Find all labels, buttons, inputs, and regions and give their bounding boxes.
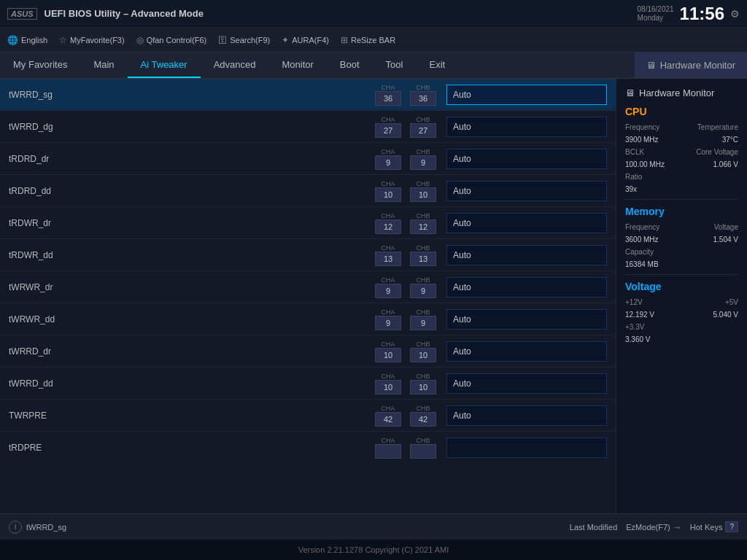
table-row[interactable]: tWRRD_sg CHA 36 CHB 36 Auto <box>0 79 616 111</box>
ez-mode-arrow: → <box>673 523 681 532</box>
language-label: English <box>21 36 47 44</box>
value-input[interactable] <box>446 438 607 458</box>
value-input[interactable]: Auto <box>446 85 607 105</box>
channel-group: CHA 42 CHB 42 <box>374 405 438 427</box>
channel-a-label: CHA <box>381 84 395 91</box>
table-row[interactable]: tRDPRE CHA CHB <box>0 432 616 464</box>
table-row[interactable]: TWRPRE CHA 42 CHB 42 Auto <box>0 400 616 432</box>
value-field: Auto <box>446 341 607 362</box>
ez-mode-button[interactable]: EzMode(F7) → <box>626 521 681 532</box>
channel-group: CHA 10 CHB 10 <box>374 180 438 202</box>
value-field: Auto <box>446 373 607 394</box>
table-row[interactable]: tWRRD_dr CHA 10 CHB 10 Auto <box>0 335 616 368</box>
row-label: tRDPRE <box>9 443 374 453</box>
memory-voltage-value: 1.504 V <box>713 236 738 244</box>
row-label: tWRWR_dd <box>9 314 374 324</box>
my-favorite-button[interactable]: ☆ MyFavorite(F3) <box>59 35 125 45</box>
channel-a-label: CHA <box>381 180 395 187</box>
channel-a-label: CHA <box>381 276 395 284</box>
language-selector[interactable]: 🌐 English <box>7 35 47 45</box>
value-input[interactable]: Auto <box>446 373 607 394</box>
nav-my-favorites[interactable]: My Favorites <box>0 52 80 78</box>
value-input[interactable]: Auto <box>446 341 607 362</box>
resize-bar-button[interactable]: ⊞ ReSize BAR <box>341 35 395 45</box>
channel-b-box: CHB 27 <box>409 116 438 138</box>
hw-monitor-label: Hardware Monitor <box>639 88 714 98</box>
monitor-icon: 🖥 <box>646 60 656 71</box>
datetime-block: 08/16/2021 Monday <box>638 5 674 23</box>
hw-divider <box>625 199 738 200</box>
channel-b-box: CHB 9 <box>409 276 438 298</box>
value-input[interactable]: Auto <box>446 117 607 137</box>
voltage-12v-values: 12.192 V 5.040 V <box>625 311 738 319</box>
hot-keys-button[interactable]: Hot Keys ? <box>690 521 738 532</box>
value-input[interactable]: Auto <box>446 309 607 330</box>
bios-title: UEFI BIOS Utility – Advanced Mode <box>44 8 204 19</box>
asus-logo: ASUS <box>7 8 37 20</box>
status-info-label: tWRRD_sg <box>26 523 66 532</box>
channel-a-label: CHA <box>381 373 395 380</box>
channel-b-value <box>410 444 436 459</box>
hw-monitor-title: 🖥 Hardware Monitor <box>625 88 738 98</box>
qfan-label: Qfan Control(F6) <box>147 36 207 44</box>
channel-b-box: CHB 10 <box>409 341 438 362</box>
value-input[interactable]: Auto <box>446 149 607 169</box>
nav-boot[interactable]: Boot <box>327 52 373 78</box>
value-input[interactable]: Auto <box>446 181 607 201</box>
channel-b-box: CHB 12 <box>409 212 438 234</box>
row-label: tRDWR_dr <box>9 218 374 228</box>
hw-monitor-nav-label: Hardware Monitor <box>660 60 735 71</box>
table-row[interactable]: tWRWR_dd CHA 9 CHB 9 Auto <box>0 303 616 335</box>
value-input[interactable]: Auto <box>446 245 607 265</box>
nav-monitor[interactable]: Monitor <box>269 52 327 78</box>
asus-logo-text: ASUS <box>7 8 37 20</box>
table-row[interactable]: tRDWR_dd CHA 13 CHB 13 Auto <box>0 239 616 271</box>
channel-a-value: 10 <box>375 348 401 362</box>
nav-tool[interactable]: Tool <box>373 52 417 78</box>
table-row[interactable]: tWRRD_dd CHA 10 CHB 10 Auto <box>0 368 616 400</box>
voltage-33v-row: +3.3V <box>625 323 738 331</box>
value-input[interactable]: Auto <box>446 277 607 298</box>
cpu-frequency-values: 3900 MHz 37°C <box>625 136 738 144</box>
channel-b-value: 10 <box>410 380 436 394</box>
table-row[interactable]: tWRRD_dg CHA 27 CHB 27 Auto <box>0 111 616 143</box>
channel-b-value: 9 <box>410 284 436 298</box>
nav-exit[interactable]: Exit <box>416 52 458 78</box>
value-field: Auto <box>446 117 607 137</box>
settings-icon[interactable]: ⚙ <box>730 8 740 20</box>
channel-a-value: 42 <box>375 412 401 427</box>
favorite-icon: ☆ <box>59 35 67 45</box>
value-input[interactable]: Auto <box>446 405 607 426</box>
memory-capacity-value: 16384 MB <box>625 260 659 268</box>
table-row[interactable]: tRDWR_dr CHA 12 CHB 12 Auto <box>0 207 616 239</box>
channel-b-value: 36 <box>410 91 436 106</box>
my-favorite-label: MyFavorite(F3) <box>70 36 125 44</box>
aura-button[interactable]: ✦ AURA(F4) <box>282 35 329 45</box>
last-modified-button[interactable]: Last Modified <box>570 521 617 532</box>
cpu-section-title: CPU <box>625 106 738 117</box>
settings-table: tWRRD_sg CHA 36 CHB 36 Auto <box>0 79 616 513</box>
cpu-frequency-label: Frequency <box>625 123 659 131</box>
ez-mode-label: EzMode(F7) <box>626 523 670 532</box>
channel-b-box: CHB 10 <box>409 180 438 202</box>
row-label: tRDRD_dr <box>9 154 374 164</box>
channel-b-box: CHB 9 <box>409 308 438 330</box>
channel-a-label: CHA <box>381 437 395 444</box>
table-row[interactable]: tRDRD_dd CHA 10 CHB 10 Auto <box>0 175 616 207</box>
nav-bar: My Favorites Main Ai Tweaker Advanced Mo… <box>0 52 747 79</box>
value-field: Auto <box>446 309 607 330</box>
table-row[interactable]: tWRWR_dr CHA 9 CHB 9 Auto <box>0 271 616 303</box>
nav-advanced[interactable]: Advanced <box>201 52 269 78</box>
nav-main[interactable]: Main <box>80 52 127 78</box>
table-row[interactable]: tRDRD_dr CHA 9 CHB 9 Auto <box>0 143 616 175</box>
channel-group: CHA 10 CHB 10 <box>374 341 438 362</box>
nav-ai-tweaker[interactable]: Ai Tweaker <box>128 52 201 78</box>
channel-b-label: CHB <box>416 308 430 316</box>
search-button[interactable]: ⚿ Search(F9) <box>218 35 270 45</box>
channel-b-box: CHB 9 <box>409 148 438 170</box>
channel-a-box: CHA 10 <box>374 341 403 362</box>
value-field: Auto <box>446 85 607 105</box>
channel-b-value: 9 <box>410 155 436 170</box>
value-input[interactable]: Auto <box>446 213 607 233</box>
qfan-button[interactable]: ◎ Qfan Control(F6) <box>136 35 207 45</box>
